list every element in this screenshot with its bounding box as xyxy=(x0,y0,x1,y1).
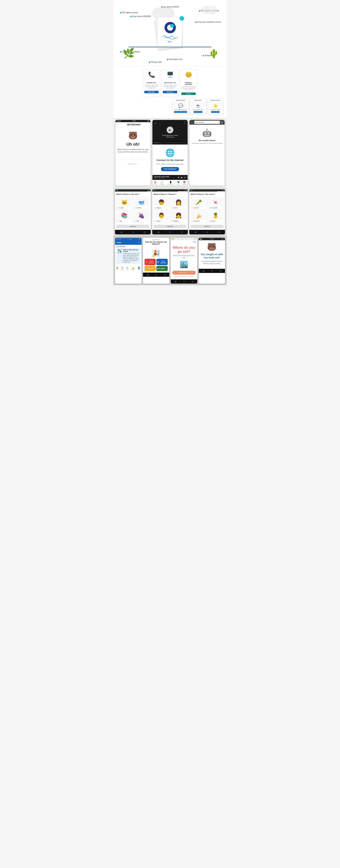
radio-le-gatte[interactable] xyxy=(117,207,118,209)
card-btn-nonstop[interactable]: Read More xyxy=(163,91,177,93)
goout-input-row[interactable]: Pick a city 🔍 xyxy=(172,271,196,275)
radio-i-libri[interactable] xyxy=(117,220,118,222)
back-arrow-search[interactable]: ← xyxy=(191,121,193,124)
back-nav-offerup[interactable]: ◁ xyxy=(202,270,204,272)
quiz-opt-la-caramella[interactable]: 🍬 la caramella xyxy=(208,197,224,210)
annot-crisp: Crisp and consistent corners xyxy=(195,21,221,23)
quiz-question-women: Which of these is "Women"? xyxy=(154,193,187,195)
radio-donne[interactable] xyxy=(171,207,173,209)
radio-ragazze[interactable] xyxy=(171,220,173,222)
quiz-opt-l-uva[interactable]: 🍇 l'uva xyxy=(133,210,149,223)
back-arrow-icon[interactable]: ‹ xyxy=(117,123,118,126)
goout-battery: 🔋 xyxy=(194,238,196,240)
radio-ragazzi[interactable] xyxy=(154,207,156,209)
phone-mock-order: Order Center ☕ Temporarily no order Add … xyxy=(190,99,206,115)
search-clear-icon[interactable]: ✕ xyxy=(217,121,219,123)
kahoot-opt-work[interactable]: ● For work xyxy=(144,266,156,271)
square-nav[interactable]: □ xyxy=(164,273,166,276)
add-order-btn[interactable]: Add an order xyxy=(194,111,203,113)
home-nav-icon-3[interactable]: ○ xyxy=(207,231,208,234)
radio-l-uva[interactable] xyxy=(134,220,136,222)
offerup-battery-pct: 100% xyxy=(221,238,224,240)
yt-nav-trending[interactable]: 📈 Trending xyxy=(160,181,164,185)
home-nav-icon[interactable]: ○ xyxy=(132,231,134,234)
details-link[interactable]: DETAILS » xyxy=(128,163,138,165)
back-nav-icon-3[interactable]: ◁ xyxy=(195,231,196,234)
back-nav-icon-2[interactable]: ◁ xyxy=(157,231,159,234)
home-icon: 🏠 xyxy=(154,181,157,184)
home-nav[interactable]: ○ xyxy=(156,273,157,276)
trello-nav-profile[interactable]: 👤 Profile xyxy=(138,267,140,271)
quiz-opt-la-ciotola[interactable]: 🥣 la ciotola xyxy=(133,197,149,210)
square-nav-icon[interactable]: □ xyxy=(144,231,145,234)
radio-la-frutta[interactable] xyxy=(208,220,210,222)
quiz-opt-i-libri[interactable]: 📚 i libri xyxy=(116,210,132,223)
search-filter-icon[interactable]: ☰ xyxy=(221,121,223,124)
card-title-friendly: FRIENDLY SUPPORT xyxy=(181,82,196,85)
radio-la-ciotola[interactable] xyxy=(134,207,136,209)
video-chevron-icon[interactable]: ⌄ xyxy=(154,121,156,124)
quiz-opt-la-frutta[interactable]: 🍍 la frutta xyxy=(208,210,224,223)
back-nav-goout[interactable]: ◁ xyxy=(174,280,176,283)
yt-close-icon[interactable]: ✕ xyxy=(184,176,186,179)
quiz-opt-le-gatte[interactable]: 🐱 le gatte xyxy=(116,197,132,210)
quiz-opt-donne[interactable]: 👩 Donne xyxy=(170,197,186,210)
return-home-btn[interactable]: Return to home page xyxy=(174,111,187,113)
card-desc-friendly: Lorem ipsum dolor sit amet consectetur a… xyxy=(181,86,196,90)
yt-next-icon[interactable]: ⏭ xyxy=(181,176,183,179)
kahoot-opt-student[interactable]: ◆ As a student xyxy=(157,259,168,265)
trello-nav-home[interactable]: 🏠 Home xyxy=(116,267,118,271)
search-bar[interactable]: john knoxton ✕ xyxy=(194,121,220,124)
quiz-opt-ragazzi[interactable]: 👦 Ragazzi xyxy=(154,197,170,210)
fullscreen-icon[interactable]: ⤢ xyxy=(184,142,186,144)
kahoot-opt-teacher[interactable]: ▲ As a teacher xyxy=(144,259,156,265)
video-more-icon[interactable]: ⋮ xyxy=(183,121,186,124)
trello-nav-search[interactable]: 🔍 Search xyxy=(126,267,129,271)
yt-nav-subs[interactable]: 📱 Subscriptions xyxy=(167,181,174,185)
radio-la-carota[interactable] xyxy=(191,207,193,209)
trello-header: Home + xyxy=(115,240,141,245)
quiz-check-women[interactable]: CHECK xyxy=(154,225,187,228)
yt-nav-home[interactable]: 🏠 Home xyxy=(154,181,157,185)
yt-nav-library[interactable]: 📚 Library xyxy=(183,181,186,185)
radio-la-banana[interactable] xyxy=(191,220,193,222)
quiz-check-carrot[interactable]: CHECK xyxy=(191,225,224,228)
home-nav-icon-2[interactable]: ○ xyxy=(169,231,171,234)
yt-pause-icon[interactable]: ⏸ xyxy=(177,176,180,179)
trello-nav-notif[interactable]: 🔔 Notifications xyxy=(131,267,136,271)
quiz-opt-uomini[interactable]: 👨 Uomini xyxy=(154,210,170,223)
back-nav[interactable]: ◁ xyxy=(146,273,148,276)
phone-mock-attention-body: ⭐ No attention content Add content xyxy=(207,101,224,115)
trello-card-stay[interactable]: ✈️ Stay on track and up-to-date Invite p… xyxy=(116,248,140,264)
square-nav-icon-3[interactable]: □ xyxy=(218,231,220,234)
kahoot-opt-social[interactable]: ■ Socially xyxy=(157,266,168,271)
doc-dots xyxy=(168,41,172,42)
card-btn-friendly[interactable]: Let's go! xyxy=(181,92,196,95)
tap-to-retry-btn[interactable]: TAP TO RETRY xyxy=(161,167,179,171)
back-nav-icon[interactable]: ◁ xyxy=(120,231,122,234)
trello-add-icon[interactable]: + xyxy=(138,241,140,244)
radio-la-caramella[interactable] xyxy=(208,207,210,209)
goout-skip-label[interactable]: Skip xyxy=(171,240,197,243)
video-progress-bar[interactable] xyxy=(157,143,184,143)
search-icon-goout[interactable]: 🔍 xyxy=(192,272,194,274)
square-nav-offerup[interactable]: □ xyxy=(220,270,221,272)
trello-search-label: Search xyxy=(126,269,129,271)
play-button[interactable]: ▶ xyxy=(167,127,173,133)
search-no-results-screen: ← john knoxton ✕ ☰ 🤖 No results found Tr… xyxy=(189,120,225,186)
home-nav-offerup[interactable]: ○ xyxy=(211,270,212,272)
yt-nav-inbox[interactable]: 📬 Inbox xyxy=(177,181,180,185)
card-btn-call[interactable]: Read More xyxy=(144,91,159,93)
quiz-opt-la-banana[interactable]: 🍌 la banana xyxy=(191,210,207,223)
quiz-opt-ragazze[interactable]: 👧 Ragazze xyxy=(170,210,186,223)
trello-nav-boards[interactable]: 📋 Boards xyxy=(121,267,124,271)
square-nav-goout[interactable]: □ xyxy=(192,280,194,283)
opt-label-la-caramella: la caramella xyxy=(208,207,223,209)
add-content-btn[interactable]: Add content xyxy=(211,111,219,113)
square-nav-icon-2[interactable]: □ xyxy=(181,231,183,234)
radio-uomini[interactable] xyxy=(154,220,156,222)
home-nav-goout[interactable]: ○ xyxy=(183,280,185,283)
quiz-status-cats: ●●● 92% xyxy=(115,189,151,191)
quiz-check-cats[interactable]: CHECK xyxy=(116,225,149,228)
quiz-opt-la-carota[interactable]: 🥕 la carota xyxy=(191,197,207,210)
